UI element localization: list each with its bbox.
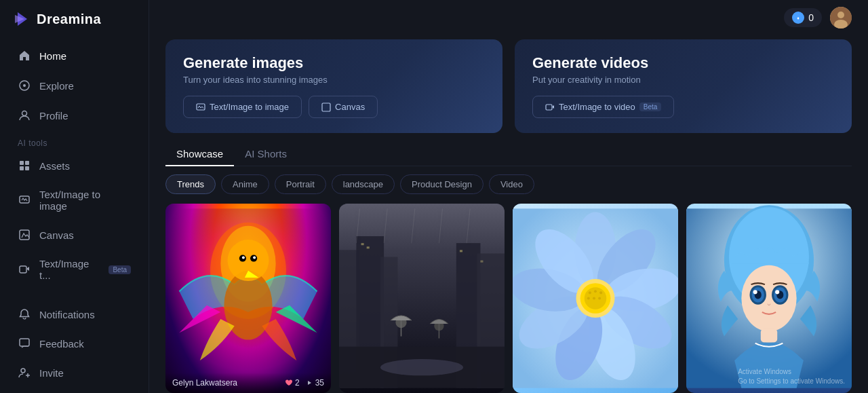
canvas-btn[interactable]: Canvas <box>309 96 378 118</box>
eagle-overlay: Gelyn Lakwatsera 2 35 <box>165 373 331 393</box>
svg-line-50 <box>467 208 470 243</box>
ai-tools-label: AI tools <box>0 130 149 151</box>
user-avatar[interactable] <box>830 7 852 29</box>
filter-video[interactable]: Video <box>489 174 534 194</box>
filter-trends[interactable]: Trends <box>165 174 216 194</box>
canvas-icon <box>18 228 31 242</box>
flower-image <box>513 204 678 393</box>
main-content: ♦ 0 Generate images Turn your ideas into… <box>149 0 868 393</box>
svg-rect-21 <box>546 105 552 110</box>
svg-point-66 <box>599 291 602 294</box>
hero-videos-title: Generate videos <box>532 54 834 72</box>
text-video-icon <box>18 263 31 276</box>
svg-point-17 <box>837 12 844 18</box>
svg-point-30 <box>253 256 256 259</box>
grid-item-flower[interactable] <box>513 204 678 393</box>
sidebar-item-text-image[interactable]: Text/Image to image <box>5 181 143 219</box>
sidebar-item-canvas-label: Canvas <box>39 229 74 241</box>
grid-item-rain[interactable] <box>339 204 505 393</box>
hero-section: Generate images Turn your ideas into stu… <box>149 35 868 143</box>
sidebar-item-feedback-label: Feedback <box>39 338 84 350</box>
svg-point-13 <box>21 369 25 373</box>
hero-images-buttons: Text/Image to image Canvas <box>183 96 485 118</box>
rain-image <box>339 204 505 393</box>
svg-point-80 <box>753 290 757 294</box>
sidebar-item-home[interactable]: Home <box>5 41 143 70</box>
svg-rect-36 <box>361 243 364 245</box>
svg-rect-12 <box>20 339 29 346</box>
sidebar-item-profile[interactable]: Profile <box>5 101 143 130</box>
svg-point-73 <box>741 265 796 332</box>
svg-point-69 <box>598 297 601 299</box>
sidebar-item-explore-label: Explore <box>39 80 74 92</box>
svg-point-3 <box>23 84 26 87</box>
filter-landscape[interactable]: landscape <box>332 174 395 194</box>
anime-image <box>686 204 852 393</box>
text-image-icon <box>18 193 31 207</box>
sidebar-item-explore[interactable]: Explore <box>5 71 143 100</box>
tab-ai-shorts[interactable]: AI Shorts <box>234 143 298 166</box>
image-grid: Gelyn Lakwatsera 2 35 <box>165 204 852 393</box>
sidebar-item-assets[interactable]: Assets <box>5 151 143 180</box>
text-video-beta-badge: Beta <box>639 102 662 111</box>
showcase-section: Showcase AI Shorts Trends Anime Portrait… <box>149 143 868 393</box>
grid-item-eagle[interactable]: Gelyn Lakwatsera 2 35 <box>165 204 331 393</box>
hero-videos-buttons: Text/Image to video Beta <box>532 96 834 118</box>
svg-point-67 <box>587 297 590 299</box>
windows-watermark: Activate WindowsGo to Settings to activa… <box>738 367 845 386</box>
filter-anime[interactable]: Anime <box>221 174 269 194</box>
svg-rect-6 <box>25 161 29 165</box>
svg-rect-8 <box>25 166 29 170</box>
eagle-image <box>165 204 331 393</box>
svg-line-49 <box>439 208 442 243</box>
sidebar-item-notifications[interactable]: Notifications <box>5 300 143 329</box>
grid-item-anime[interactable]: Activate WindowsGo to Settings to activa… <box>686 204 852 393</box>
sidebar-item-canvas[interactable]: Canvas <box>5 221 143 249</box>
svg-rect-38 <box>460 250 462 252</box>
svg-rect-82 <box>761 329 777 342</box>
topbar: ♦ 0 <box>149 0 868 35</box>
sidebar-nav: Home Explore Profile AI tools <box>0 38 149 393</box>
hero-images-subtitle: Turn your ideas into stunning images <box>183 75 485 85</box>
sidebar-item-text-video[interactable]: Text/Image t... Beta <box>5 250 143 288</box>
text-image-btn[interactable]: Text/Image to image <box>183 96 302 118</box>
sidebar-item-invite-label: Invite <box>39 367 64 379</box>
hero-videos-subtitle: Put your creativity in motion <box>532 75 834 85</box>
logo-text: Dreamina <box>37 12 101 27</box>
eagle-stats: 2 35 <box>285 378 324 388</box>
sidebar-item-assets-label: Assets <box>39 160 70 172</box>
sidebar-item-feedback[interactable]: Feedback <box>5 329 143 358</box>
sidebar-item-text-image-label: Text/Image to image <box>39 189 131 212</box>
logo-icon <box>12 10 31 29</box>
svg-rect-19 <box>197 104 205 110</box>
text-video-btn[interactable]: Text/Image to video Beta <box>532 96 674 118</box>
sidebar-item-invite[interactable]: Invite <box>5 358 143 387</box>
svg-rect-37 <box>367 246 370 248</box>
sidebar-bottom: Notifications Feedback <box>0 299 149 393</box>
filter-row: Trends Anime Portrait landscape Product … <box>165 174 852 194</box>
sidebar-item-profile-label: Profile <box>39 110 68 121</box>
invite-icon <box>18 366 31 379</box>
eagle-likes: 2 <box>285 378 300 388</box>
eagle-user: Gelyn Lakwatsera <box>172 378 237 388</box>
hero-images-title: Generate images <box>183 54 485 72</box>
coin-icon: ♦ <box>792 12 804 24</box>
home-icon <box>18 49 31 62</box>
tabs: Showcase AI Shorts <box>165 143 852 166</box>
sidebar-item-text-video-label: Text/Image t... <box>39 258 98 281</box>
svg-point-65 <box>594 290 597 293</box>
coins-display[interactable]: ♦ 0 <box>784 8 822 27</box>
logo: Dreamina <box>0 0 149 38</box>
filter-product-design[interactable]: Product Design <box>400 174 484 194</box>
text-image-btn-label: Text/Image to image <box>210 102 289 112</box>
filter-portrait[interactable]: Portrait <box>275 174 326 194</box>
svg-point-64 <box>589 291 591 294</box>
svg-rect-20 <box>322 103 330 111</box>
sidebar-item-notifications-label: Notifications <box>39 309 95 320</box>
sidebar: Dreamina Home Explore <box>0 0 149 393</box>
svg-line-47 <box>384 208 387 243</box>
svg-rect-5 <box>20 161 24 165</box>
tab-showcase[interactable]: Showcase <box>165 143 234 166</box>
svg-rect-7 <box>20 166 24 170</box>
hero-videos-card: Generate videos Put your creativity in m… <box>515 39 852 133</box>
